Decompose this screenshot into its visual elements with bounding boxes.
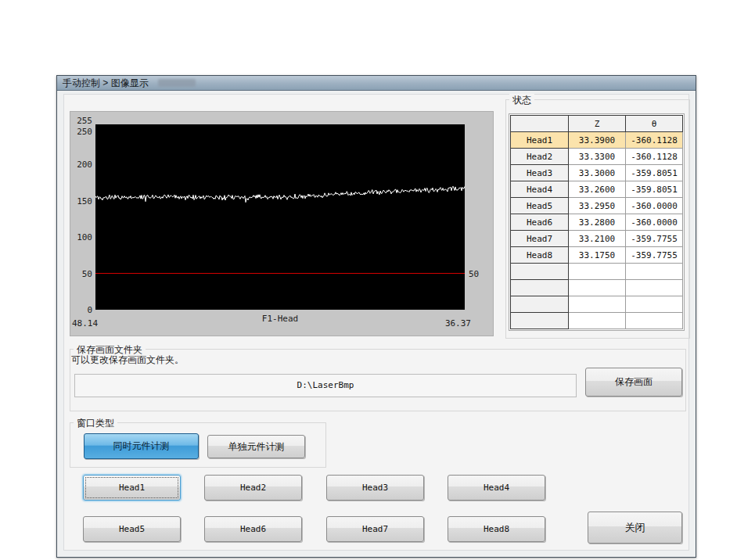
save-folder-hint: 可以更改保存画面文件夹。 bbox=[71, 354, 184, 367]
table-row[interactable]: Head633.2800-360.0000 bbox=[511, 214, 683, 231]
z-value-cell[interactable]: 33.3000 bbox=[569, 165, 626, 181]
table-header-row: Z θ bbox=[511, 116, 683, 132]
save-screen-button[interactable]: 保存画面 bbox=[585, 368, 682, 397]
head3-button[interactable]: Head3 bbox=[326, 475, 424, 501]
theta-value-cell[interactable] bbox=[626, 296, 683, 313]
svg-text:36.37: 36.37 bbox=[445, 318, 471, 328]
main-panel: 2552502001501005005048.14F1-Head36.37 状态… bbox=[63, 94, 689, 551]
row-header-cell[interactable]: Head5 bbox=[511, 198, 569, 214]
theta-value-cell[interactable]: -360.1128 bbox=[626, 149, 683, 165]
table-row[interactable]: Head433.2600-359.8051 bbox=[511, 181, 683, 198]
row-header-cell[interactable]: Head7 bbox=[511, 231, 569, 247]
row-header-cell[interactable]: Head8 bbox=[511, 247, 569, 264]
save-path-field[interactable]: D:\LaserBmp bbox=[74, 374, 577, 397]
z-value-cell[interactable]: 33.2600 bbox=[569, 181, 626, 198]
theta-value-cell[interactable] bbox=[626, 313, 683, 329]
row-header-cell[interactable]: Head6 bbox=[511, 214, 569, 231]
head4-button[interactable]: Head4 bbox=[448, 475, 545, 501]
head1-button[interactable]: Head1 bbox=[83, 475, 181, 501]
theta-value-cell[interactable]: -359.7755 bbox=[626, 231, 683, 247]
table-row[interactable] bbox=[511, 264, 683, 280]
svg-text:150: 150 bbox=[77, 196, 92, 206]
svg-text:100: 100 bbox=[77, 232, 92, 242]
window-title: 手动控制 > 图像显示 bbox=[63, 77, 149, 90]
theta-value-cell[interactable]: -360.1128 bbox=[626, 132, 683, 149]
svg-text:50: 50 bbox=[469, 269, 479, 279]
window-type-group: 窗口类型 同时元件计测 单独元件计测 bbox=[70, 422, 326, 468]
row-header-cell[interactable]: Head3 bbox=[511, 165, 569, 181]
window-type-group-label: 窗口类型 bbox=[74, 417, 117, 430]
svg-text:F1-Head: F1-Head bbox=[262, 314, 298, 324]
table-row[interactable] bbox=[511, 296, 683, 313]
status-group: 状态 Z θ Head133.3900-360.1128Head233.3300… bbox=[505, 99, 690, 339]
row-header-cell[interactable]: Head1 bbox=[511, 132, 569, 149]
table-row[interactable]: Head133.3900-360.1128 bbox=[511, 132, 683, 149]
close-button[interactable]: 关闭 bbox=[588, 512, 682, 544]
theta-value-cell[interactable]: -360.0000 bbox=[626, 214, 683, 231]
row-header-cell[interactable]: Head4 bbox=[511, 181, 569, 198]
z-value-cell[interactable]: 33.1750 bbox=[569, 247, 626, 264]
row-header-cell[interactable] bbox=[511, 264, 569, 280]
svg-text:50: 50 bbox=[82, 269, 92, 279]
theta-value-cell[interactable]: -359.8051 bbox=[626, 165, 683, 181]
row-header-cell[interactable] bbox=[511, 296, 569, 313]
status-table: Z θ Head133.3900-360.1128Head233.3300-36… bbox=[509, 113, 685, 331]
z-value-cell[interactable] bbox=[569, 313, 626, 329]
status-group-label: 状态 bbox=[509, 94, 534, 107]
head7-button[interactable]: Head7 bbox=[326, 516, 424, 542]
z-value-cell[interactable]: 33.3300 bbox=[569, 149, 626, 165]
simultaneous-measure-button[interactable]: 同时元件计测 bbox=[84, 433, 199, 459]
redacted-text bbox=[158, 79, 196, 87]
theta-value-cell[interactable]: -359.7755 bbox=[626, 247, 683, 264]
row-header-cell[interactable] bbox=[511, 313, 569, 329]
theta-value-cell[interactable] bbox=[626, 264, 683, 280]
column-header-blank bbox=[511, 116, 569, 132]
image-display-window: 手动控制 > 图像显示 2552502001501005005048.14F1-… bbox=[56, 75, 696, 558]
titlebar[interactable]: 手动控制 > 图像显示 bbox=[57, 76, 696, 91]
svg-text:0: 0 bbox=[87, 305, 92, 315]
z-value-cell[interactable] bbox=[569, 264, 626, 280]
z-value-cell[interactable]: 33.2100 bbox=[569, 231, 626, 247]
table-row[interactable]: Head233.3300-360.1128 bbox=[511, 149, 683, 165]
z-value-cell[interactable]: 33.2800 bbox=[569, 214, 626, 231]
svg-text:200: 200 bbox=[77, 160, 92, 170]
head6-button[interactable]: Head6 bbox=[204, 516, 302, 542]
intensity-chart: 2552502001501005005048.14F1-Head36.37 bbox=[70, 112, 493, 336]
table-row[interactable] bbox=[511, 313, 683, 329]
column-header-theta: θ bbox=[626, 116, 683, 132]
theta-value-cell[interactable]: -359.8051 bbox=[626, 181, 683, 198]
svg-text:250: 250 bbox=[77, 127, 92, 137]
z-value-cell[interactable] bbox=[569, 296, 626, 313]
table-row[interactable]: Head533.2950-360.0000 bbox=[511, 198, 683, 214]
row-header-cell[interactable]: Head2 bbox=[511, 149, 569, 165]
z-value-cell[interactable]: 33.3900 bbox=[569, 132, 626, 149]
z-value-cell[interactable]: 33.2950 bbox=[569, 198, 626, 214]
table-row[interactable]: Head733.2100-359.7755 bbox=[511, 231, 683, 247]
individual-measure-button[interactable]: 单独元件计测 bbox=[207, 435, 305, 458]
chart-panel: 2552502001501005005048.14F1-Head36.37 bbox=[70, 111, 494, 336]
theta-value-cell[interactable] bbox=[626, 280, 683, 296]
head8-button[interactable]: Head8 bbox=[448, 516, 545, 542]
save-folder-group: 保存画面文件夹 可以更改保存画面文件夹。 D:\LaserBmp 保存画面 bbox=[70, 349, 686, 411]
column-header-z: Z bbox=[569, 116, 626, 132]
theta-value-cell[interactable]: -360.0000 bbox=[626, 198, 683, 214]
table-row[interactable]: Head833.1750-359.7755 bbox=[511, 247, 683, 264]
z-value-cell[interactable] bbox=[569, 280, 626, 296]
table-row[interactable] bbox=[511, 280, 683, 296]
svg-text:48.14: 48.14 bbox=[72, 318, 98, 328]
head2-button[interactable]: Head2 bbox=[204, 475, 302, 501]
svg-text:255: 255 bbox=[77, 116, 92, 126]
row-header-cell[interactable] bbox=[511, 280, 569, 296]
head5-button[interactable]: Head5 bbox=[83, 516, 181, 542]
table-row[interactable]: Head333.3000-359.8051 bbox=[511, 165, 683, 181]
window-body: 2552502001501005005048.14F1-Head36.37 状态… bbox=[57, 92, 696, 557]
